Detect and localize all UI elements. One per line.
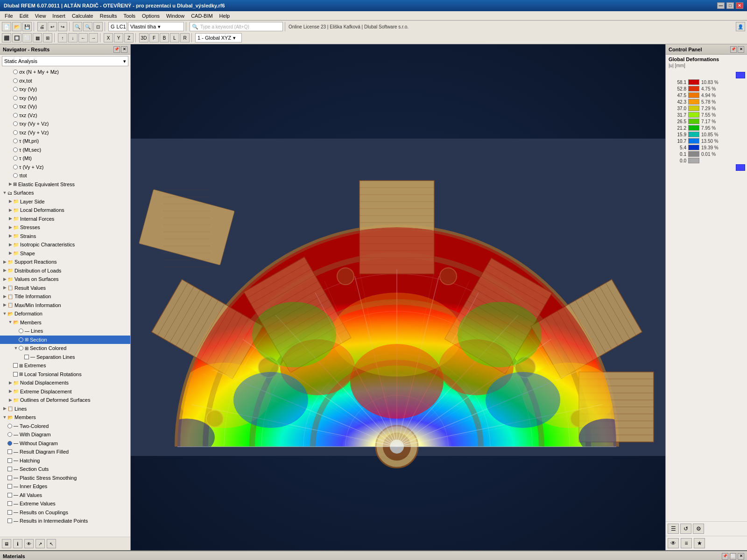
tree-results-intermediate[interactable]: — Results in Intermediate Points bbox=[0, 517, 130, 525]
tree-two-colored[interactable]: — Two-Colored bbox=[0, 422, 130, 431]
radio-sigma-x[interactable] bbox=[13, 70, 18, 74]
menu-edit[interactable]: Edit bbox=[17, 13, 31, 19]
check-results-intermediate[interactable] bbox=[7, 518, 12, 523]
radio-tau-mt[interactable] bbox=[13, 156, 18, 161]
tree-extreme-disp[interactable]: ▶ 📁 Extreme Displacement bbox=[0, 387, 130, 396]
expand-members-def[interactable]: ▼ bbox=[7, 319, 13, 326]
nav-close-button[interactable]: ✕ bbox=[121, 46, 127, 53]
tree-tau-mt[interactable]: τ (Mt) bbox=[0, 154, 130, 163]
tree-section-colored[interactable]: ▼ ⊞ Section Colored bbox=[0, 344, 130, 353]
view-3d-button[interactable]: 3D bbox=[139, 33, 148, 42]
check-extremes[interactable] bbox=[13, 363, 18, 368]
tb2-btn2[interactable]: 🔲 bbox=[12, 33, 21, 42]
open-button[interactable]: 📂 bbox=[12, 22, 21, 31]
check-extreme-values[interactable] bbox=[7, 501, 12, 506]
radio-sigma-tot[interactable] bbox=[13, 78, 18, 83]
close-button[interactable]: ✕ bbox=[736, 2, 743, 9]
new-button[interactable]: 📄 bbox=[2, 22, 11, 31]
tb2-btn3[interactable]: ⬜ bbox=[22, 33, 32, 42]
radio-tau-xz-vz[interactable] bbox=[13, 104, 18, 109]
check-hatching[interactable] bbox=[7, 458, 12, 463]
loadcase-name-dropdown[interactable]: Vlastní tíha ▾ bbox=[128, 22, 184, 31]
expand-strains[interactable]: ▶ bbox=[7, 233, 13, 239]
tree-shape[interactable]: ▶ 📁 Shape bbox=[0, 249, 130, 258]
view-front-button[interactable]: F bbox=[149, 33, 159, 42]
expand-outlines-def[interactable]: ▶ bbox=[7, 397, 13, 404]
loadcase-dropdown[interactable]: G LC1 bbox=[108, 22, 127, 31]
tree-sigma-tot[interactable]: σx,tot bbox=[0, 77, 130, 85]
tree-result-values[interactable]: ▶ 📋 Result Values bbox=[0, 284, 130, 293]
nav-icon-arrow[interactable]: ↗ bbox=[35, 539, 45, 548]
tree-tau-xy-vy[interactable]: τxy (Vy) bbox=[0, 85, 130, 94]
expand-internal-forces[interactable]: ▶ bbox=[7, 216, 13, 222]
tree-lines2[interactable]: ▶ 📋 Lines bbox=[0, 405, 130, 413]
view-dropdown[interactable]: 1 - Global XYZ ▾ bbox=[195, 33, 242, 42]
menu-cadbim[interactable]: CAD-BIM bbox=[188, 13, 215, 19]
radio-tau-mtpri[interactable] bbox=[13, 139, 18, 143]
check-separation-lines[interactable] bbox=[24, 355, 29, 359]
radio-without-diagram[interactable] bbox=[7, 441, 12, 446]
maximize-button[interactable]: □ bbox=[726, 2, 734, 9]
nav-icon-info[interactable]: ℹ bbox=[13, 539, 22, 548]
expand-title-info[interactable]: ▶ bbox=[2, 294, 7, 300]
menu-window[interactable]: Window bbox=[163, 13, 187, 19]
tree-tau-xz-vz2[interactable]: τxz (Vz) bbox=[0, 111, 130, 120]
tree-results-couplings[interactable]: — Results on Couplings bbox=[0, 508, 130, 517]
radio-tau-mtsec[interactable] bbox=[13, 147, 18, 152]
bp-float-button[interactable]: ⬜ bbox=[730, 553, 736, 560]
cp-close-button[interactable]: ✕ bbox=[738, 46, 744, 53]
tree-maxmin-info[interactable]: ▶ 📋 Max/Min Information bbox=[0, 301, 130, 310]
tree-lines-def[interactable]: — Lines bbox=[0, 327, 130, 336]
tree-values-surfaces[interactable]: ▶ 📁 Values on Surfaces bbox=[0, 275, 130, 284]
check-result-filled[interactable] bbox=[7, 449, 12, 454]
view-left-button[interactable]: L bbox=[170, 33, 179, 42]
tree-tau-xz-vz[interactable]: τxz (Vy) bbox=[0, 102, 130, 111]
tree-extreme-values[interactable]: — Extreme Values bbox=[0, 499, 130, 508]
tb2-btn4[interactable]: ▦ bbox=[33, 33, 42, 42]
tree-all-values[interactable]: — All Values bbox=[0, 491, 130, 500]
menu-calculate[interactable]: Calculate bbox=[69, 13, 96, 19]
tree-elastic-eq[interactable]: ▶ ⊞ Elastic Equivalent Stress bbox=[0, 180, 130, 189]
legend-max-button[interactable] bbox=[736, 72, 745, 78]
nav-analysis-dropdown[interactable]: Static Analysis ▾ bbox=[2, 56, 128, 66]
check-results-couplings[interactable] bbox=[7, 510, 12, 515]
tree-support-reactions[interactable]: ▶ 📁 Support Reactions bbox=[0, 258, 130, 266]
cp-btn-settings[interactable]: ⚙ bbox=[693, 524, 704, 534]
expand-result-values[interactable]: ▶ bbox=[2, 285, 7, 291]
tree-members-def[interactable]: ▼ 📂 Members bbox=[0, 318, 130, 327]
rotate-x-button[interactable]: X bbox=[104, 33, 113, 42]
tree-stresses[interactable]: ▶ 📁 Stresses bbox=[0, 223, 130, 232]
tree-without-diagram[interactable]: — Without Diagram bbox=[0, 439, 130, 448]
tree-outlines-def[interactable]: ▶ 📁 Outlines of Deformed Surfaces bbox=[0, 396, 130, 405]
check-plastic-stress[interactable] bbox=[7, 476, 12, 480]
check-inner-edges[interactable] bbox=[7, 484, 12, 489]
expand-local-def[interactable]: ▶ bbox=[7, 207, 13, 214]
radio-section-def[interactable] bbox=[19, 337, 23, 342]
tree-members2[interactable]: ▼ 📂 Members bbox=[0, 413, 130, 422]
cp-btn-list[interactable]: ≡ bbox=[681, 538, 692, 548]
check-all-values[interactable] bbox=[7, 493, 12, 497]
expand-shape[interactable]: ▶ bbox=[7, 250, 13, 257]
bp-pin-button[interactable]: 📌 bbox=[722, 553, 728, 560]
expand-section-colored[interactable]: ▼ bbox=[13, 345, 19, 352]
tree-result-filled[interactable]: — Result Diagram Filled bbox=[0, 448, 130, 456]
check-local-torsional[interactable] bbox=[13, 372, 18, 377]
tree-internal-forces[interactable]: ▶ 📁 Internal Forces bbox=[0, 215, 130, 224]
menu-results[interactable]: Results bbox=[97, 13, 120, 19]
tree-local-torsional[interactable]: ⊞ Local Torsional Rotations bbox=[0, 370, 130, 379]
tb2-btn6[interactable]: ↑ bbox=[58, 33, 67, 42]
menu-file[interactable]: File bbox=[2, 13, 16, 19]
save-button[interactable]: 💾 bbox=[22, 22, 32, 31]
minimize-button[interactable]: — bbox=[717, 2, 725, 9]
cp-pin-button[interactable]: 📌 bbox=[730, 46, 737, 53]
tree-hatching[interactable]: — Hatching bbox=[0, 456, 130, 465]
tree-tau-xz-vy[interactable]: τxy (Vy) bbox=[0, 94, 130, 103]
radio-two-colored[interactable] bbox=[7, 424, 12, 428]
tree-surfaces[interactable]: ▼ 🗂 Surfaces bbox=[0, 189, 130, 197]
expand-stresses[interactable]: ▶ bbox=[7, 224, 13, 231]
menu-help[interactable]: Help bbox=[217, 13, 233, 19]
menu-options[interactable]: Options bbox=[139, 13, 162, 19]
rotate-y-button[interactable]: Y bbox=[114, 33, 123, 42]
tree-dist-loads[interactable]: ▶ 📁 Distribution of Loads bbox=[0, 266, 130, 275]
zoom-all-button[interactable]: ⊡ bbox=[93, 22, 103, 31]
